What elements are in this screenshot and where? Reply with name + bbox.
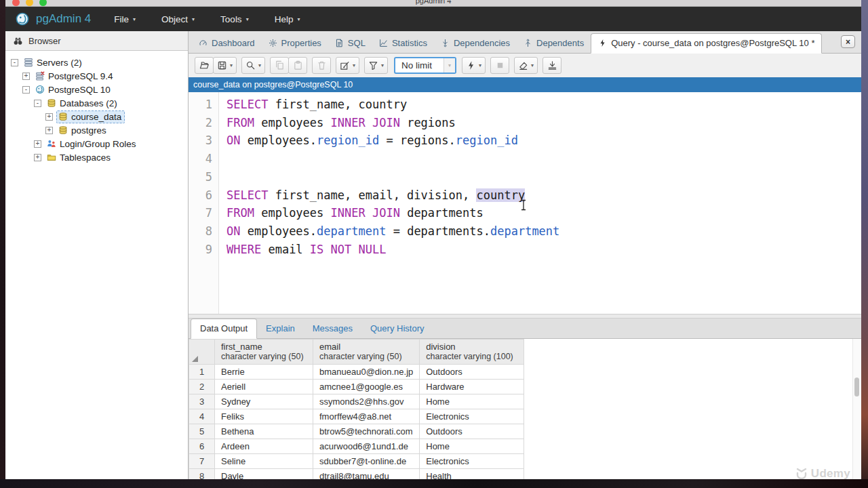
edit-icon [340,60,350,70]
tab-statistics[interactable]: Statistics [372,34,434,53]
tab-dependencies[interactable]: Dependencies [434,34,517,53]
row-number[interactable]: 6 [189,439,215,454]
cell[interactable]: amcnee1@google.es [313,380,420,394]
expand-icon[interactable]: + [34,140,41,148]
sql-code-area[interactable]: SELECT first_name, countryFROM employees… [219,92,559,314]
row-number[interactable]: 2 [189,380,215,394]
row-number[interactable]: 1 [189,365,215,380]
column-header-email[interactable]: emailcharacter varying (50) [313,340,420,365]
collapse-icon[interactable]: - [22,86,30,94]
output-tab-messages[interactable]: Messages [304,319,361,338]
collapse-icon[interactable]: - [34,100,41,107]
menu-object[interactable]: Object▾ [161,14,195,24]
cell[interactable]: sdubber7@t-online.de [313,454,420,469]
column-header-first_name[interactable]: first_namecharacter varying (50) [215,340,313,365]
window-title: pgAdmin 4 [5,0,861,5]
cell[interactable]: Hardware [420,380,524,394]
row-limit-select[interactable]: No limit▾ [394,57,456,74]
cell[interactable]: Aeriell [215,380,313,394]
copy-icon [275,60,285,70]
chevron-down-icon[interactable]: ▾ [531,62,534,68]
menu-file[interactable]: File▾ [114,14,136,24]
cell[interactable]: acurwood6@1und1.de [313,439,420,454]
row-number[interactable]: 4 [189,409,215,424]
tab-query[interactable]: Query - course_data on postgres@PostgreS… [591,33,822,54]
cell[interactable]: Home [420,394,524,409]
table-row: 2Aeriellamcnee1@google.esHardware [189,380,524,394]
tree-item-databases-2[interactable]: -Databases (2) [5,96,188,110]
cell[interactable]: Electronics [420,409,524,424]
tree-item-login-group-roles[interactable]: +Login/Group Roles [5,137,188,150]
cell[interactable]: Dayle [215,469,313,480]
select-all-corner[interactable] [189,340,215,365]
cell[interactable]: Feliks [215,409,313,424]
grid-scrollbar-thumb[interactable] [854,378,859,396]
output-tab-data-output[interactable]: Data Output [191,319,257,339]
cell[interactable]: Electronics [420,454,524,469]
output-tab-query-history[interactable]: Query History [361,319,433,338]
expand-icon[interactable]: + [22,73,30,80]
cell[interactable]: fmorffew4@a8.net [313,409,420,424]
execute-button[interactable]: ▾ [462,57,486,74]
tree-item-postgresql-9-4[interactable]: +PostgreSQL 9.4 [5,69,188,83]
chevron-down-icon[interactable]: ▾ [230,62,233,68]
expand-icon[interactable]: + [45,113,53,121]
cell[interactable]: Seline [215,454,313,469]
clear-button[interactable]: ▾ [514,57,538,74]
tree-item-postgresql-10[interactable]: -PostgreSQL 10 [5,83,188,96]
cell[interactable]: Ardeen [215,439,313,454]
open-file-button[interactable] [195,57,214,74]
cell[interactable]: Home [420,439,524,454]
cell[interactable]: Outdoors [420,424,524,439]
save-button[interactable]: ▾ [213,57,237,74]
tree-item-postgres[interactable]: +postgres [5,123,188,137]
filter-button[interactable]: ▾ [364,57,388,74]
download-button[interactable] [542,57,561,74]
output-tab-explain[interactable]: Explain [257,319,304,338]
code-line-3: ON employees.region_id = regions.region_… [226,131,559,150]
tree-item-course-data[interactable]: +course_data [5,110,188,123]
close-tab-button[interactable]: × [841,35,855,48]
chevron-down-icon: ▾ [133,16,136,22]
tree-item-servers-2[interactable]: -Servers (2) [5,56,188,69]
tab-label: Query - course_data on postgres@PostgreS… [611,38,814,48]
table-row: 6Ardeenacurwood6@1und1.deHome [189,439,524,454]
expand-icon[interactable]: + [34,154,41,161]
cell[interactable]: Bethena [215,424,313,439]
cell[interactable]: Berrie [215,365,313,380]
row-number[interactable]: 3 [189,394,215,409]
column-header-division[interactable]: divisioncharacter varying (100) [420,340,524,365]
browser-label: Browser [28,36,61,46]
cell[interactable]: Health [420,469,524,480]
download-icon [547,60,557,70]
tab-dependents[interactable]: Dependents [517,34,591,53]
cell[interactable]: btrow5@technorati.com [313,424,420,439]
cell[interactable]: dtrail8@tamu.edu [313,469,420,480]
chevron-down-icon[interactable]: ▾ [353,62,355,68]
search-icon [245,60,256,70]
edit-button[interactable]: ▾ [336,57,359,74]
tab-sql[interactable]: SQL [328,34,372,53]
table-row: 3Sydneyssymonds2@hhs.govHome [189,394,524,409]
find-button[interactable]: ▾ [241,57,265,74]
row-number[interactable]: 8 [189,469,215,480]
grid-scrollbar[interactable] [852,339,861,479]
expand-icon[interactable]: + [45,127,53,134]
chevron-down-icon[interactable]: ▾ [381,62,384,68]
panel-splitter[interactable] [189,314,861,319]
tab-dashboard[interactable]: Dashboard [192,34,262,53]
cell[interactable]: bmanueau0@dion.ne.jp [313,365,420,380]
chevron-down-icon[interactable]: ▾ [479,62,481,68]
gauge-icon [199,39,208,47]
cell[interactable]: Outdoors [420,365,524,380]
cell[interactable]: ssymonds2@hhs.gov [313,394,420,409]
tab-properties[interactable]: Properties [262,34,328,53]
row-number[interactable]: 5 [189,424,215,439]
cell[interactable]: Sydney [215,394,313,409]
menu-help[interactable]: Help▾ [275,14,300,24]
collapse-icon[interactable]: - [11,59,18,66]
tree-item-tablespaces[interactable]: +Tablespaces [5,150,188,164]
row-number[interactable]: 7 [189,454,215,469]
menu-tools[interactable]: Tools▾ [220,14,249,24]
chevron-down-icon[interactable]: ▾ [258,62,261,68]
